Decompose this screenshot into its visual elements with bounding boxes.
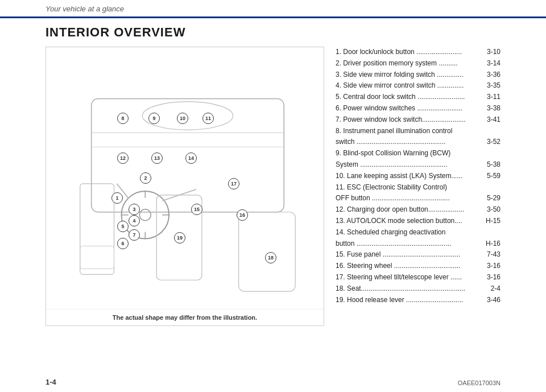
diagram-caption: The actual shape may differ from the ill… <box>46 309 324 325</box>
item-text: 18. Seat................................… <box>336 283 491 295</box>
circle-12: 12 <box>117 152 129 164</box>
page-header: Your vehicle at a glance <box>0 0 546 18</box>
circle-5: 5 <box>117 221 129 232</box>
item-ref: 7-43 <box>487 249 500 261</box>
item-text: 2. Driver position memory system .......… <box>336 58 487 69</box>
list-item: 3. Side view mirror folding switch .....… <box>336 69 500 81</box>
item-ref: 3-14 <box>487 58 500 69</box>
circle-11: 11 <box>202 113 214 124</box>
list-item: 8. Instrument panel illumination control… <box>336 126 500 148</box>
circle-1: 1 <box>111 192 123 204</box>
page-number: 1-4 <box>46 378 56 386</box>
list-item: 6. Power window switches ...............… <box>336 103 500 114</box>
list-item: 7. Power window lock switch.............… <box>336 114 500 126</box>
circle-2: 2 <box>140 172 151 184</box>
item-ref: 3-10 <box>487 47 500 58</box>
item-text: 12. Charging door open button...........… <box>336 204 487 216</box>
item-ref: 3-38 <box>487 103 500 114</box>
list-item: 14. Scheduled charging deactivation butt… <box>336 227 500 250</box>
section-heading: INTERIOR OVERVIEW <box>46 25 500 40</box>
circle-19: 19 <box>174 232 185 244</box>
item-text: 5. Central door lock switch ............… <box>336 92 487 103</box>
item-text: 13. AUTO/LOCK mode selection button.... <box>336 216 486 227</box>
item-ref: 3-36 <box>487 69 500 81</box>
list-item: 5. Central door lock switch ............… <box>336 92 500 103</box>
circle-8: 8 <box>117 113 129 124</box>
item-text: 3. Side view mirror folding switch .....… <box>336 69 487 81</box>
item-ref: 3-41 <box>487 114 500 126</box>
item-ref: 3-16 <box>487 261 500 272</box>
list-item: 4. Side view mirror control switch .....… <box>336 80 500 92</box>
list-item: 12. Charging door open button...........… <box>336 204 500 216</box>
circle-17: 17 <box>228 178 239 189</box>
item-list: 1. Door lock/unlock button .............… <box>336 47 500 306</box>
item-text: 4. Side view mirror control switch .....… <box>336 80 487 92</box>
item-ref: 2-4 <box>491 283 500 295</box>
item-text: 17. Steering wheel tilt/telescope lever … <box>336 272 487 283</box>
circle-6: 6 <box>117 238 129 249</box>
item-ref: 3-16 <box>487 272 500 283</box>
item-text: 6. Power window switches ...............… <box>336 103 487 114</box>
item-text: 1. Door lock/unlock button .............… <box>336 47 487 58</box>
item-ref: 3-46 <box>487 295 500 306</box>
item-text: 7. Power window lock switch.............… <box>336 114 487 126</box>
list-item: 10. Lane keeping assist (LKA) System....… <box>336 171 500 182</box>
item-ref: 5-59 <box>487 171 500 182</box>
list-item: 13. AUTO/LOCK mode selection button....H… <box>336 216 500 227</box>
list-item: 18. Seat................................… <box>336 283 500 295</box>
circle-15: 15 <box>191 204 202 215</box>
circle-4: 4 <box>129 215 140 226</box>
diagram-inner: 12345678910111213141516171819 <box>46 47 324 309</box>
circle-9: 9 <box>148 113 160 124</box>
item-text: 16. Steering wheel .....................… <box>336 261 487 272</box>
circle-13: 13 <box>151 152 163 164</box>
circle-14: 14 <box>185 152 197 164</box>
item-text: 15. Fuse panel .........................… <box>336 249 487 261</box>
list-item: 15. Fuse panel .........................… <box>336 249 500 261</box>
list-item: 17. Steering wheel tilt/telescope lever … <box>336 272 500 283</box>
circle-3: 3 <box>129 204 140 215</box>
content-area: 12345678910111213141516171819 The actual… <box>46 47 500 326</box>
item-ref: 3-35 <box>487 80 500 92</box>
list-item: 16. Steering wheel .....................… <box>336 261 500 272</box>
header-title: Your vehicle at a glance <box>46 5 124 13</box>
item-text: 19. Hood release lever .................… <box>336 295 487 306</box>
main-content: INTERIOR OVERVIEW <box>0 18 546 332</box>
item-text: 10. Lane keeping assist (LKA) System....… <box>336 171 487 182</box>
circle-7: 7 <box>129 229 140 241</box>
circle-18: 18 <box>265 252 276 263</box>
oae-code: OAEE017003N <box>458 379 500 386</box>
list-item: 2. Driver position memory system .......… <box>336 58 500 69</box>
diagram-box: 12345678910111213141516171819 The actual… <box>46 47 324 326</box>
circle-16: 16 <box>237 209 248 221</box>
list-item: 19. Hood release lever .................… <box>336 295 500 306</box>
list-item: 11. ESC (Electronic Stability Control) O… <box>336 182 500 205</box>
item-ref: 3-11 <box>487 92 500 103</box>
item-ref: H-15 <box>486 216 500 227</box>
list-item: 1. Door lock/unlock button .............… <box>336 47 500 58</box>
circle-10: 10 <box>177 113 188 124</box>
item-ref: 3-50 <box>487 204 500 216</box>
list-item: 9. Blind-spot Collision Warning (BCW) Sy… <box>336 148 500 171</box>
